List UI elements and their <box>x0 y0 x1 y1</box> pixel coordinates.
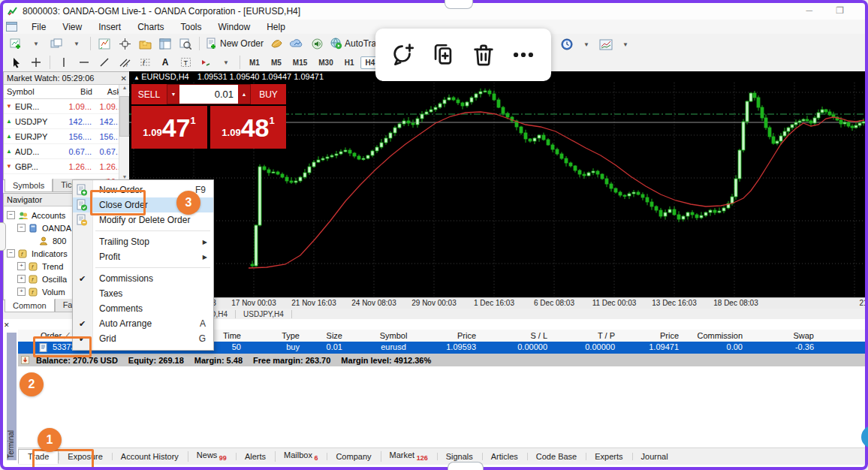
new-chart-dropdown[interactable]: ▼ <box>26 35 46 52</box>
context-menu-item-taxes[interactable]: Taxes <box>73 286 213 301</box>
time-axis[interactable]: 16:0314 Nov 08:0317 Nov 00:0321 Nov 16:0… <box>129 297 868 309</box>
terminal-tab-alerts[interactable]: Alerts <box>236 450 275 463</box>
horizontal-line-button[interactable] <box>74 54 94 71</box>
timeframe-h1-button[interactable]: H1 <box>339 56 360 69</box>
terminal-tab-articles[interactable]: Articles <box>482 450 527 463</box>
chart-window[interactable]: ▲ EURUSD,H4 1.09531 1.09540 1.09447 1.09… <box>129 71 868 297</box>
cursor-button[interactable] <box>6 54 26 71</box>
expand-plus-icon[interactable]: + <box>17 262 26 270</box>
chart-collapse-icon[interactable]: ▲ <box>134 74 141 81</box>
menu-item-window[interactable]: Window <box>210 20 259 34</box>
timeframe-m5-button[interactable]: M5 <box>266 56 287 69</box>
market-watch-row-gbp[interactable]: ▼GBP...1.26...1.26... <box>4 159 130 174</box>
context-menu-item-trailing-stop[interactable]: Trailing Stop▶ <box>73 234 213 249</box>
market-watch-tab-symbols[interactable]: Symbols <box>5 179 53 192</box>
column-header-commission-9[interactable]: Commission <box>683 331 743 340</box>
volume-decrease-button[interactable]: ▼ <box>167 85 179 104</box>
expert-advisors-button[interactable] <box>267 35 286 52</box>
fibonacci-button[interactable]: f <box>135 54 155 71</box>
col-symbol[interactable]: Symbol <box>4 87 64 96</box>
terminal-close-icon[interactable]: ✕ <box>4 321 10 329</box>
col-ask[interactable]: Ask <box>92 87 121 96</box>
menu-item-help[interactable]: Help <box>258 20 294 34</box>
arrows-dropdown[interactable]: ▼ <box>216 54 236 71</box>
sell-price-button[interactable]: 1.09471 <box>131 106 207 149</box>
new-chart-button[interactable] <box>6 35 26 52</box>
duplicate-icon[interactable] <box>430 42 456 68</box>
text-tool-button[interactable]: A <box>155 54 175 71</box>
market-watch-row-eurjpy[interactable]: ▲EURJPY156....156.... <box>4 129 130 144</box>
column-header-t-p-7[interactable]: T / P <box>551 331 615 340</box>
buy-button[interactable]: BUY <box>251 84 286 104</box>
indicators-button[interactable] <box>596 36 616 53</box>
column-header-swap-10[interactable]: Swap <box>746 331 814 340</box>
timeframe-m30-button[interactable]: M30 <box>313 56 338 69</box>
terminal-side-strip[interactable]: Terminal <box>7 333 17 460</box>
column-header-price-5[interactable]: Price <box>397 331 476 340</box>
expand-minus-icon[interactable]: − <box>7 249 15 258</box>
more-options-icon[interactable] <box>511 42 536 68</box>
menu-item-insert[interactable]: Insert <box>90 20 129 34</box>
arrows-tool-button[interactable] <box>196 54 215 71</box>
new-comment-icon[interactable] <box>390 42 416 68</box>
sell-button[interactable]: SELL <box>131 84 167 104</box>
buy-price-button[interactable]: 1.09481 <box>210 106 286 149</box>
column-header-type-2[interactable]: Type <box>243 331 300 340</box>
market-watch-close-icon[interactable]: ✕ <box>121 74 127 83</box>
col-bid[interactable]: Bid <box>64 87 92 96</box>
new-order-button[interactable]: New Order <box>203 35 266 52</box>
window-controls[interactable]: ─ ❐ <box>806 5 854 16</box>
terminal-tab-mailbox[interactable]: Mailbox 6 <box>275 448 327 464</box>
context-menu-item-profit[interactable]: Profit▶ <box>73 249 213 264</box>
context-menu-item-auto-arrange[interactable]: ✔Auto ArrangeA <box>73 316 213 331</box>
terminal-tab-market[interactable]: Market 126 <box>381 448 437 464</box>
period-button[interactable] <box>557 36 577 53</box>
templates-button[interactable] <box>135 35 155 52</box>
terminal-tab-account-history[interactable]: Account History <box>112 450 188 463</box>
data-window-button[interactable] <box>176 35 195 52</box>
crosshair-tool-button[interactable] <box>26 54 46 71</box>
column-header-s-l-6[interactable]: S / L <box>480 331 547 340</box>
column-header-price-8[interactable]: Price <box>619 331 679 340</box>
terminal-tab-journal[interactable]: Journal <box>632 450 677 463</box>
navigator-tab-common[interactable]: Common <box>5 299 55 312</box>
expand-minus-icon[interactable]: − <box>7 211 15 219</box>
expand-plus-icon[interactable]: + <box>17 288 26 296</box>
terminal-tab-news[interactable]: News 99 <box>188 448 236 464</box>
terminal-tab-code-base[interactable]: Code Base <box>527 450 586 463</box>
context-menu-item-commissions[interactable]: ✔Commissions <box>73 271 213 286</box>
menu-item-view[interactable]: View <box>54 20 90 34</box>
menu-item-tools[interactable]: Tools <box>173 20 210 34</box>
expand-plus-icon[interactable]: + <box>17 275 26 283</box>
market-watch-toggle-button[interactable] <box>155 35 175 52</box>
terminal-tab-experts[interactable]: Experts <box>586 450 631 463</box>
profiles-button[interactable] <box>47 35 66 52</box>
vertical-line-button[interactable] <box>54 54 74 71</box>
text-label-tool-button[interactable]: T <box>176 54 195 71</box>
context-menu-item-comments[interactable]: Comments <box>73 301 213 316</box>
context-menu-item-grid[interactable]: ✔GridG <box>73 331 213 346</box>
column-header-size-3[interactable]: Size <box>303 331 342 340</box>
volume-increase-button[interactable]: ▲ <box>238 85 250 104</box>
market-watch-row-aud[interactable]: ▲AUD...0.67...0.67... <box>4 144 130 159</box>
timeframe-m1-button[interactable]: M1 <box>244 56 265 69</box>
panel-grip-handle[interactable] <box>0 222 6 251</box>
chart-tab-usdjpy-h4[interactable]: USDJPY,H4 <box>236 310 292 318</box>
sounds-button[interactable] <box>307 35 327 52</box>
delete-icon[interactable] <box>471 42 496 68</box>
menu-item-charts[interactable]: Charts <box>129 20 172 34</box>
profiles-dropdown[interactable]: ▼ <box>67 35 86 52</box>
menu-item-file[interactable]: File <box>23 20 54 34</box>
trendline-button[interactable] <box>95 54 114 71</box>
publisher-button[interactable] <box>287 35 306 52</box>
system-menu-icon[interactable] <box>6 22 17 32</box>
expand-minus-icon[interactable]: − <box>17 224 26 232</box>
crosshair-button[interactable] <box>115 35 134 52</box>
terminal-tab-company[interactable]: Company <box>327 450 380 463</box>
market-watch-row-usdjpy[interactable]: ▲USDJPY142....142.... <box>4 114 130 129</box>
tick-chart-button[interactable] <box>95 35 114 52</box>
equidistant-channel-button[interactable]: f <box>115 54 134 71</box>
volume-input[interactable]: 0.01 <box>179 85 238 104</box>
clock-dropdown[interactable]: ▼ <box>577 36 596 53</box>
market-watch-row-eur[interactable]: ▼EUR...1.09...1.09... <box>4 99 130 114</box>
